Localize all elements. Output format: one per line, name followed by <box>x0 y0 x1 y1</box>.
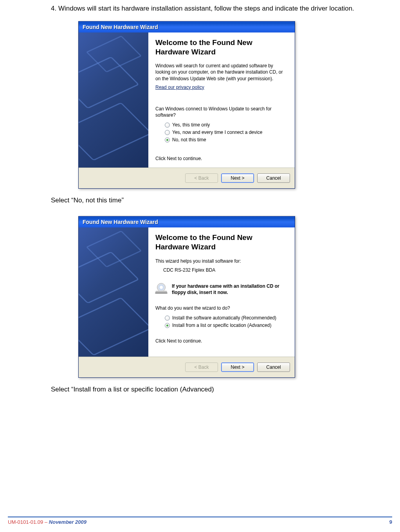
radio-label: Yes, this time only <box>172 122 210 128</box>
titlebar[interactable]: Found New Hardware Wizard <box>79 216 295 227</box>
back-button: < Back <box>185 173 218 183</box>
doc-date: November 2009 <box>49 519 86 525</box>
wizard-intro-text: This wizard helps you install software f… <box>155 258 288 264</box>
radio-option-auto[interactable]: Install the software automatically (Reco… <box>165 315 288 321</box>
radio-icon <box>165 137 170 142</box>
button-bar: < Back Next > Cancel <box>79 168 295 188</box>
radio-icon <box>165 130 170 135</box>
wizard-question: Can Windows connect to Windows Update to… <box>155 106 288 118</box>
radio-label: No, not this time <box>172 137 206 142</box>
wizard-side-graphic <box>79 32 148 168</box>
titlebar[interactable]: Found New Hardware Wizard <box>79 22 295 32</box>
radio-option-advanced[interactable]: Install from a list or specific location… <box>165 323 288 328</box>
cancel-button[interactable]: Cancel <box>257 362 290 372</box>
back-button: < Back <box>185 362 218 372</box>
wizard-side-graphic <box>79 227 148 357</box>
wizard-heading: Welcome to the Found New Hardware Wizard <box>155 38 288 57</box>
doc-id: UM-0101-01.09 <box>8 519 43 525</box>
wizard-intro-text: Windows will search for current and upda… <box>155 63 288 82</box>
cd-icon <box>155 283 168 294</box>
radio-label: Install the software automatically (Reco… <box>172 315 276 321</box>
radio-label: Install from a list or specific location… <box>172 323 271 328</box>
next-button[interactable]: Next > <box>221 362 254 372</box>
wizard-dialog-1: Found New Hardware Wizard Welcome to the… <box>78 21 295 189</box>
page-number: 9 <box>389 519 392 525</box>
radio-option-no[interactable]: No, not this time <box>165 137 288 142</box>
button-bar: < Back Next > Cancel <box>79 357 295 377</box>
radio-option-yes-once[interactable]: Yes, this time only <box>165 122 288 128</box>
cancel-button[interactable]: Cancel <box>257 173 290 183</box>
wizard-heading: Welcome to the Found New Hardware Wizard <box>155 233 288 252</box>
continue-prompt: Click Next to continue. <box>155 156 288 161</box>
privacy-policy-link[interactable]: Read our privacy policy <box>155 85 204 90</box>
radio-group: Install the software automatically (Reco… <box>155 315 288 328</box>
radio-option-yes-always[interactable]: Yes, now and every time I connect a devi… <box>165 130 288 135</box>
radio-group: Yes, this time only Yes, now and every t… <box>155 122 288 142</box>
device-name: CDC RS-232 Fiplex BDA <box>163 267 288 273</box>
footer-sep: – <box>43 519 49 525</box>
caption-1: Select “No, not this time” <box>51 197 388 204</box>
radio-icon <box>165 123 170 128</box>
radio-label: Yes, now and every time I connect a devi… <box>172 130 262 135</box>
radio-icon <box>165 323 170 328</box>
instruction-step-4: 4. Windows will start its hardware insta… <box>51 4 388 13</box>
next-button[interactable]: Next > <box>221 173 254 183</box>
page-footer: UM-0101-01.09 – November 2009 9 <box>8 516 392 525</box>
cd-prompt-text: If your hardware came with an installati… <box>172 283 288 296</box>
continue-prompt: Click Next to continue. <box>155 338 288 344</box>
caption-2: Select “Install from a list or specific … <box>51 386 388 393</box>
wizard-dialog-2: Found New Hardware Wizard Welcome to the… <box>78 216 295 378</box>
wizard-question: What do you want the wizard to do? <box>155 305 288 311</box>
radio-icon <box>165 316 170 321</box>
